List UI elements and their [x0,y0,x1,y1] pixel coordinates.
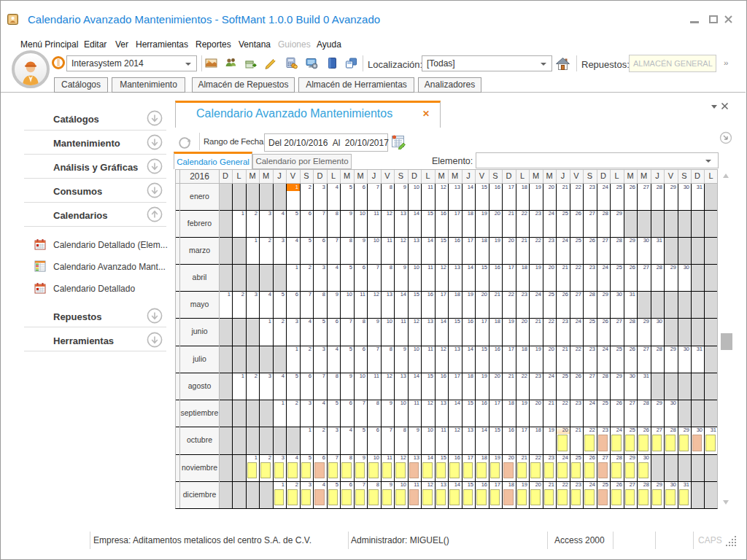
day-cell[interactable]: 7 [327,455,338,461]
day-cell[interactable]: 28 [637,400,649,406]
day-cell[interactable]: 2 [232,292,244,298]
scrollbar-down-icon[interactable] [722,499,729,505]
day-cell[interactable]: 16 [489,265,500,271]
day-cell[interactable]: 29 [664,184,676,190]
day-cell[interactable]: 2 [313,427,325,433]
event-box[interactable] [557,462,568,478]
day-cell[interactable]: 7 [367,265,379,271]
day-cell[interactable]: 13 [448,184,460,190]
day-cell[interactable]: 1 [232,373,244,379]
day-cell[interactable]: 17 [489,482,500,488]
event-box[interactable] [692,435,702,451]
day-cell[interactable]: 28 [583,292,595,298]
day-cell[interactable]: 28 [610,238,622,244]
avatar[interactable] [12,50,50,88]
day-cell[interactable]: 29 [664,346,676,352]
day-cell[interactable]: 11 [354,292,365,298]
day-cell[interactable]: 14 [462,346,473,352]
day-cell[interactable]: 15 [489,427,500,433]
nav-tab-cat-logos[interactable]: Catálogos [54,77,108,93]
elemento-combo[interactable] [476,152,719,168]
day-cell[interactable]: 8 [394,427,406,433]
day-cell[interactable]: 27 [597,238,608,244]
day-cell[interactable]: 4 [286,238,298,244]
day-cell[interactable]: 30 [651,319,662,324]
day-cell[interactable]: 27 [637,265,649,271]
day-cell[interactable]: 14 [475,427,487,433]
day-cell[interactable]: 10 [408,265,419,271]
day-cell[interactable]: 13 [394,373,406,379]
day-cell[interactable]: 26 [610,482,622,488]
day-cell[interactable]: 4 [327,265,338,271]
day-cell[interactable]: 15 [462,400,473,406]
day-cell[interactable]: 6 [313,455,325,461]
day-cell[interactable]: 19 [475,211,487,217]
day-cell[interactable]: 2 [273,319,285,324]
localizacion-combo[interactable]: [Todas] [422,55,552,71]
day-cell[interactable]: 6 [300,211,311,217]
day-cell[interactable]: 18 [516,346,527,352]
day-cell[interactable]: 2 [300,184,311,190]
calendar-edit-icon[interactable] [391,134,406,149]
day-cell[interactable]: 11 [408,482,419,488]
sidebar-section-cat-logos[interactable]: Catálogos [24,112,166,131]
day-cell[interactable]: 2 [286,400,298,406]
day-cell[interactable]: 1 [286,184,298,190]
nav-tab-analizadores[interactable]: Analizadores [418,77,481,93]
event-box[interactable] [584,489,595,505]
day-cell[interactable]: 20 [489,211,500,217]
day-cell[interactable]: 20 [489,373,500,379]
event-box[interactable] [368,489,379,505]
day-cell[interactable]: 25 [597,400,608,406]
event-box[interactable] [625,435,635,451]
day-cell[interactable]: 11 [408,400,419,406]
event-box[interactable] [476,462,487,478]
day-cell[interactable]: 29 [597,292,608,298]
day-cell[interactable]: 17 [502,265,514,271]
day-cell[interactable]: 3 [259,373,271,379]
event-box[interactable] [544,489,554,505]
event-box[interactable] [463,489,473,505]
event-box[interactable] [571,462,581,478]
day-cell[interactable]: 1 [232,211,244,217]
day-cell[interactable]: 19 [529,184,541,190]
day-cell[interactable]: 28 [624,319,635,324]
day-cell[interactable]: 15 [421,211,433,217]
day-cell[interactable]: 11 [435,427,446,433]
day-cell[interactable]: 19 [475,373,487,379]
day-cell[interactable]: 29 [624,238,635,244]
monitor-gear-icon[interactable] [306,57,318,69]
day-cell[interactable]: 1 [300,427,311,433]
day-cell[interactable]: 25 [556,373,568,379]
event-box[interactable] [314,489,325,505]
day-cell[interactable]: 13 [435,400,446,406]
day-cell[interactable]: 8 [313,292,325,298]
day-cell[interactable]: 5 [273,292,285,298]
day-cell[interactable]: 17 [462,238,473,244]
day-cell[interactable]: 9 [327,292,338,298]
expand-section-icon[interactable] [147,158,163,174]
event-box[interactable] [652,435,662,451]
day-cell[interactable]: 18 [462,373,473,379]
day-cell[interactable]: 4 [259,292,271,298]
day-cell[interactable]: 19 [516,482,527,488]
day-cell[interactable]: 10 [354,211,365,217]
event-box[interactable] [463,462,473,478]
day-cell[interactable]: 30 [678,184,689,190]
day-cell[interactable]: 22 [583,427,595,433]
day-cell[interactable]: 2 [246,373,258,379]
day-cell[interactable]: 13 [408,238,419,244]
day-cell[interactable]: 10 [367,455,379,461]
day-cell[interactable]: 7 [354,482,365,488]
event-box[interactable] [598,462,608,478]
day-cell[interactable]: 12 [394,238,406,244]
day-cell[interactable]: 21 [529,319,541,324]
day-cell[interactable]: 24 [597,184,608,190]
event-box[interactable] [395,489,406,505]
day-cell[interactable]: 6 [354,346,365,352]
event-box[interactable] [314,462,325,478]
day-cell[interactable]: 31 [624,292,635,298]
day-cell[interactable]: 18 [448,292,460,298]
day-cell[interactable]: 7 [354,400,365,406]
day-cell[interactable]: 8 [340,455,352,461]
